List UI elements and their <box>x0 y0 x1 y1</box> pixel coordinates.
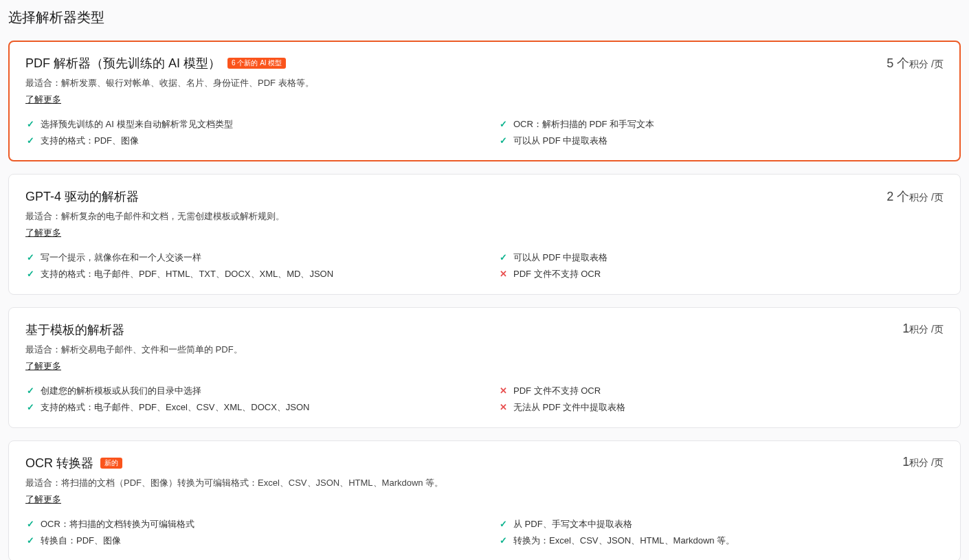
card-header: PDF 解析器（预先训练的 AI 模型）6 个新的 AI 模型最适合：解析发票、… <box>25 55 944 106</box>
feature-grid: ✓OCR：将扫描的文档转换为可编辑格式✓从 PDF、手写文本中提取表格✓转换自：… <box>25 518 944 547</box>
feature-item: ✓创建您的解析模板或从我们的目录中选择 <box>25 385 471 397</box>
feature-grid: ✓创建您的解析模板或从我们的目录中选择✕PDF 文件不支持 OCR✓支持的格式：… <box>25 385 944 414</box>
feature-text: 从 PDF、手写文本中提取表格 <box>513 518 632 530</box>
best-for-text: 解析复杂的电子邮件和文档，无需创建模板或解析规则。 <box>61 211 285 221</box>
best-for-prefix: 最适合： <box>25 78 61 88</box>
check-icon: ✓ <box>25 252 35 262</box>
parser-price: 5 个积分 /页 <box>887 55 944 71</box>
best-for-text: 解析交易电子邮件、文件和一些简单的 PDF。 <box>61 344 243 355</box>
feature-text: 可以从 PDF 中提取表格 <box>513 251 608 264</box>
check-icon: ✓ <box>498 135 508 146</box>
check-icon: ✓ <box>498 252 508 262</box>
page-title: 选择解析器类型 <box>8 8 961 27</box>
feature-text: OCR：解析扫描的 PDF 和手写文本 <box>513 118 654 131</box>
feature-text: PDF 文件不支持 OCR <box>513 385 601 397</box>
check-icon: ✓ <box>25 535 35 546</box>
check-icon: ✓ <box>25 519 35 529</box>
learn-more-link[interactable]: 了解更多 <box>25 493 61 506</box>
parser-title: OCR 转换器 <box>25 455 93 471</box>
feature-item: ✓转换自：PDF、图像 <box>25 535 471 547</box>
best-for-prefix: 最适合： <box>25 344 61 355</box>
card-header: GPT-4 驱动的解析器最适合：解析复杂的电子邮件和文档，无需创建模板或解析规则… <box>25 188 944 239</box>
price-unit: 积分 /页 <box>909 192 944 203</box>
parser-best-for: 最适合：解析发票、银行对帐单、收据、名片、身份证件、PDF 表格等。 <box>25 77 314 89</box>
check-icon: ✓ <box>25 135 35 146</box>
feature-item: ✓OCR：解析扫描的 PDF 和手写文本 <box>498 118 944 131</box>
parser-title: GPT-4 驱动的解析器 <box>25 188 139 205</box>
cross-icon: ✕ <box>498 385 508 396</box>
feature-item: ✓可以从 PDF 中提取表格 <box>498 135 944 147</box>
feature-text: 创建您的解析模板或从我们的目录中选择 <box>41 385 201 397</box>
feature-item: ✕PDF 文件不支持 OCR <box>498 385 944 397</box>
badge: 新的 <box>100 458 122 469</box>
price-number: 1 <box>902 322 909 335</box>
parser-best-for: 最适合：解析交易电子邮件、文件和一些简单的 PDF。 <box>25 344 243 356</box>
feature-item: ✓选择预先训练的 AI 模型来自动解析常见文档类型 <box>25 118 471 131</box>
parser-card[interactable]: GPT-4 驱动的解析器最适合：解析复杂的电子邮件和文档，无需创建模板或解析规则… <box>8 174 961 295</box>
feature-item: ✓转换为：Excel、CSV、JSON、HTML、Markdown 等。 <box>498 535 944 547</box>
parser-card[interactable]: 基于模板的解析器最适合：解析交易电子邮件、文件和一些简单的 PDF。了解更多1积… <box>8 307 961 428</box>
card-header: OCR 转换器新的最适合：将扫描的文档（PDF、图像）转换为可编辑格式：Exce… <box>25 455 944 506</box>
parser-card[interactable]: PDF 解析器（预先训练的 AI 模型）6 个新的 AI 模型最适合：解析发票、… <box>8 41 961 161</box>
parser-best-for: 最适合：将扫描的文档（PDF、图像）转换为可编辑格式：Excel、CSV、JSO… <box>25 477 443 489</box>
feature-item: ✓OCR：将扫描的文档转换为可编辑格式 <box>25 518 471 530</box>
feature-text: PDF 文件不支持 OCR <box>513 268 601 280</box>
feature-text: 选择预先训练的 AI 模型来自动解析常见文档类型 <box>41 118 233 131</box>
check-icon: ✓ <box>498 119 508 129</box>
parser-title: 基于模板的解析器 <box>25 322 124 338</box>
feature-item: ✓支持的格式：电子邮件、PDF、Excel、CSV、XML、DOCX、JSON <box>25 401 471 414</box>
learn-more-link[interactable]: 了解更多 <box>25 93 61 106</box>
feature-text: 无法从 PDF 文件中提取表格 <box>513 401 625 414</box>
parser-price: 1积分 /页 <box>902 455 944 469</box>
parser-price: 2 个积分 /页 <box>887 188 944 205</box>
card-header: 基于模板的解析器最适合：解析交易电子邮件、文件和一些简单的 PDF。了解更多1积… <box>25 322 944 372</box>
parser-list: PDF 解析器（预先训练的 AI 模型）6 个新的 AI 模型最适合：解析发票、… <box>8 41 961 560</box>
cross-icon: ✕ <box>498 402 508 412</box>
price-number: 1 <box>902 455 909 469</box>
best-for-prefix: 最适合： <box>25 478 61 488</box>
badge: 6 个新的 AI 模型 <box>227 58 286 69</box>
parser-card[interactable]: OCR 转换器新的最适合：将扫描的文档（PDF、图像）转换为可编辑格式：Exce… <box>8 440 961 560</box>
feature-text: 写一个提示，就像你在和一个人交谈一样 <box>41 251 201 264</box>
price-unit: 积分 /页 <box>909 457 944 468</box>
check-icon: ✓ <box>25 119 35 129</box>
feature-text: 转换为：Excel、CSV、JSON、HTML、Markdown 等。 <box>513 535 735 547</box>
price-unit: 积分 /页 <box>909 58 944 69</box>
price-unit: 积分 /页 <box>909 324 944 335</box>
feature-grid: ✓选择预先训练的 AI 模型来自动解析常见文档类型✓OCR：解析扫描的 PDF … <box>25 118 944 147</box>
card-title-wrap: 基于模板的解析器 <box>25 322 243 338</box>
best-for-text: 将扫描的文档（PDF、图像）转换为可编辑格式：Excel、CSV、JSON、HT… <box>61 478 443 488</box>
check-icon: ✓ <box>498 519 508 529</box>
feature-item: ✓支持的格式：PDF、图像 <box>25 135 471 147</box>
cross-icon: ✕ <box>498 269 508 279</box>
parser-best-for: 最适合：解析复杂的电子邮件和文档，无需创建模板或解析规则。 <box>25 210 285 223</box>
check-icon: ✓ <box>498 535 508 546</box>
feature-item: ✕无法从 PDF 文件中提取表格 <box>498 401 944 414</box>
learn-more-link[interactable]: 了解更多 <box>25 360 61 372</box>
feature-text: OCR：将扫描的文档转换为可编辑格式 <box>41 518 194 530</box>
feature-text: 转换自：PDF、图像 <box>41 535 121 547</box>
feature-text: 支持的格式：电子邮件、PDF、HTML、TXT、DOCX、XML、MD、JSON <box>41 268 333 280</box>
price-number: 2 个 <box>887 190 909 203</box>
feature-item: ✓支持的格式：电子邮件、PDF、HTML、TXT、DOCX、XML、MD、JSO… <box>25 268 471 280</box>
feature-item: ✕PDF 文件不支持 OCR <box>498 268 944 280</box>
feature-item: ✓可以从 PDF 中提取表格 <box>498 251 944 264</box>
learn-more-link[interactable]: 了解更多 <box>25 227 61 239</box>
feature-item: ✓写一个提示，就像你在和一个人交谈一样 <box>25 251 471 264</box>
feature-text: 支持的格式：PDF、图像 <box>41 135 139 147</box>
best-for-text: 解析发票、银行对帐单、收据、名片、身份证件、PDF 表格等。 <box>61 78 314 88</box>
feature-grid: ✓写一个提示，就像你在和一个人交谈一样✓可以从 PDF 中提取表格✓支持的格式：… <box>25 251 944 280</box>
feature-item: ✓从 PDF、手写文本中提取表格 <box>498 518 944 530</box>
price-number: 5 个 <box>887 56 909 70</box>
card-title-wrap: GPT-4 驱动的解析器 <box>25 188 285 205</box>
feature-text: 可以从 PDF 中提取表格 <box>513 135 608 147</box>
check-icon: ✓ <box>25 269 35 279</box>
card-title-wrap: OCR 转换器新的 <box>25 455 443 471</box>
feature-text: 支持的格式：电子邮件、PDF、Excel、CSV、XML、DOCX、JSON <box>41 401 309 414</box>
parser-title: PDF 解析器（预先训练的 AI 模型） <box>25 55 221 71</box>
best-for-prefix: 最适合： <box>25 211 61 221</box>
card-title-wrap: PDF 解析器（预先训练的 AI 模型）6 个新的 AI 模型 <box>25 55 314 71</box>
check-icon: ✓ <box>25 385 35 396</box>
check-icon: ✓ <box>25 402 35 412</box>
parser-price: 1积分 /页 <box>902 322 944 336</box>
